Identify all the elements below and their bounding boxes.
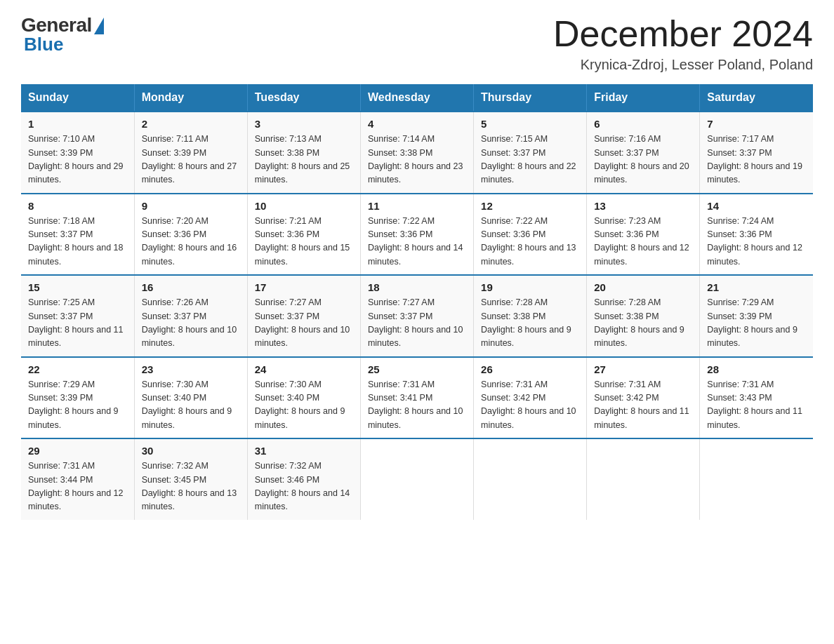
day-number: 18	[368, 281, 466, 293]
day-number: 15	[28, 281, 127, 293]
day-info: Sunrise: 7:31 AM Sunset: 3:43 PM Dayligh…	[707, 378, 806, 433]
day-info: Sunrise: 7:14 AM Sunset: 3:38 PM Dayligh…	[368, 133, 466, 187]
day-info: Sunrise: 7:29 AM Sunset: 3:39 PM Dayligh…	[707, 296, 806, 351]
calendar-cell: 20 Sunrise: 7:28 AM Sunset: 3:38 PM Dayl…	[587, 275, 700, 357]
calendar-cell: 26 Sunrise: 7:31 AM Sunset: 3:42 PM Dayl…	[474, 357, 587, 439]
day-info: Sunrise: 7:21 AM Sunset: 3:36 PM Dayligh…	[255, 215, 353, 269]
day-number: 11	[368, 200, 466, 212]
day-number: 2	[142, 118, 240, 130]
calendar-cell: 17 Sunrise: 7:27 AM Sunset: 3:37 PM Dayl…	[247, 275, 360, 357]
day-info: Sunrise: 7:10 AM Sunset: 3:39 PM Dayligh…	[28, 133, 127, 187]
header-wednesday: Wednesday	[360, 84, 473, 112]
day-number: 20	[594, 281, 692, 293]
day-number: 8	[28, 200, 127, 212]
calendar-cell: 25 Sunrise: 7:31 AM Sunset: 3:41 PM Dayl…	[360, 357, 473, 439]
day-number: 24	[255, 363, 353, 375]
day-info: Sunrise: 7:22 AM Sunset: 3:36 PM Dayligh…	[368, 215, 466, 269]
day-info: Sunrise: 7:31 AM Sunset: 3:42 PM Dayligh…	[594, 378, 692, 433]
calendar-cell: 24 Sunrise: 7:30 AM Sunset: 3:40 PM Dayl…	[247, 357, 360, 439]
day-info: Sunrise: 7:20 AM Sunset: 3:36 PM Dayligh…	[142, 215, 240, 269]
calendar-cell: 4 Sunrise: 7:14 AM Sunset: 3:38 PM Dayli…	[360, 112, 473, 194]
calendar-cell: 13 Sunrise: 7:23 AM Sunset: 3:36 PM Dayl…	[587, 194, 700, 276]
day-number: 16	[142, 281, 240, 293]
day-info: Sunrise: 7:13 AM Sunset: 3:38 PM Dayligh…	[255, 133, 353, 187]
day-info: Sunrise: 7:22 AM Sunset: 3:36 PM Dayligh…	[481, 215, 579, 269]
calendar-week-row: 8 Sunrise: 7:18 AM Sunset: 3:37 PM Dayli…	[21, 194, 813, 276]
day-info: Sunrise: 7:30 AM Sunset: 3:40 PM Dayligh…	[255, 378, 353, 433]
calendar-cell: 31 Sunrise: 7:32 AM Sunset: 3:46 PM Dayl…	[247, 438, 360, 520]
page-header: General Blue December 2024 Krynica-Zdroj…	[21, 14, 813, 73]
calendar-cell	[700, 438, 813, 520]
day-number: 5	[481, 118, 579, 130]
day-number: 17	[255, 281, 353, 293]
day-info: Sunrise: 7:31 AM Sunset: 3:42 PM Dayligh…	[481, 378, 579, 433]
day-info: Sunrise: 7:27 AM Sunset: 3:37 PM Dayligh…	[255, 296, 353, 351]
day-number: 22	[28, 363, 127, 375]
day-info: Sunrise: 7:32 AM Sunset: 3:46 PM Dayligh…	[255, 459, 353, 514]
header-tuesday: Tuesday	[247, 84, 360, 112]
day-info: Sunrise: 7:11 AM Sunset: 3:39 PM Dayligh…	[142, 133, 240, 187]
calendar-cell: 7 Sunrise: 7:17 AM Sunset: 3:37 PM Dayli…	[700, 112, 813, 194]
header-monday: Monday	[134, 84, 247, 112]
day-number: 4	[368, 118, 466, 130]
day-info: Sunrise: 7:28 AM Sunset: 3:38 PM Dayligh…	[481, 296, 579, 351]
day-number: 30	[142, 445, 240, 457]
calendar-cell	[587, 438, 700, 520]
day-info: Sunrise: 7:18 AM Sunset: 3:37 PM Dayligh…	[28, 215, 127, 269]
calendar-cell: 27 Sunrise: 7:31 AM Sunset: 3:42 PM Dayl…	[587, 357, 700, 439]
day-number: 31	[255, 445, 353, 457]
header-sunday: Sunday	[21, 84, 134, 112]
day-info: Sunrise: 7:29 AM Sunset: 3:39 PM Dayligh…	[28, 378, 127, 433]
header-thursday: Thursday	[474, 84, 587, 112]
location-subtitle: Krynica-Zdroj, Lesser Poland, Poland	[553, 57, 813, 73]
day-number: 23	[142, 363, 240, 375]
day-number: 7	[707, 118, 806, 130]
calendar-cell: 11 Sunrise: 7:22 AM Sunset: 3:36 PM Dayl…	[360, 194, 473, 276]
calendar-cell: 1 Sunrise: 7:10 AM Sunset: 3:39 PM Dayli…	[21, 112, 134, 194]
calendar-week-row: 22 Sunrise: 7:29 AM Sunset: 3:39 PM Dayl…	[21, 357, 813, 439]
calendar-cell: 28 Sunrise: 7:31 AM Sunset: 3:43 PM Dayl…	[700, 357, 813, 439]
day-info: Sunrise: 7:23 AM Sunset: 3:36 PM Dayligh…	[594, 215, 692, 269]
title-section: December 2024 Krynica-Zdroj, Lesser Pola…	[553, 14, 813, 73]
day-info: Sunrise: 7:30 AM Sunset: 3:40 PM Dayligh…	[142, 378, 240, 433]
day-number: 26	[481, 363, 579, 375]
calendar-cell: 18 Sunrise: 7:27 AM Sunset: 3:37 PM Dayl…	[360, 275, 473, 357]
calendar-cell: 23 Sunrise: 7:30 AM Sunset: 3:40 PM Dayl…	[134, 357, 247, 439]
calendar-cell: 5 Sunrise: 7:15 AM Sunset: 3:37 PM Dayli…	[474, 112, 587, 194]
calendar-cell: 14 Sunrise: 7:24 AM Sunset: 3:36 PM Dayl…	[700, 194, 813, 276]
calendar-week-row: 1 Sunrise: 7:10 AM Sunset: 3:39 PM Dayli…	[21, 112, 813, 194]
day-number: 27	[594, 363, 692, 375]
header-saturday: Saturday	[700, 84, 813, 112]
calendar-cell: 16 Sunrise: 7:26 AM Sunset: 3:37 PM Dayl…	[134, 275, 247, 357]
day-info: Sunrise: 7:27 AM Sunset: 3:37 PM Dayligh…	[368, 296, 466, 351]
day-info: Sunrise: 7:32 AM Sunset: 3:45 PM Dayligh…	[142, 459, 240, 514]
day-number: 12	[481, 200, 579, 212]
day-info: Sunrise: 7:28 AM Sunset: 3:38 PM Dayligh…	[594, 296, 692, 351]
calendar-cell: 6 Sunrise: 7:16 AM Sunset: 3:37 PM Dayli…	[587, 112, 700, 194]
day-info: Sunrise: 7:15 AM Sunset: 3:37 PM Dayligh…	[481, 133, 579, 187]
calendar-cell: 15 Sunrise: 7:25 AM Sunset: 3:37 PM Dayl…	[21, 275, 134, 357]
day-number: 21	[707, 281, 806, 293]
calendar-cell: 30 Sunrise: 7:32 AM Sunset: 3:45 PM Dayl…	[134, 438, 247, 520]
calendar-cell: 8 Sunrise: 7:18 AM Sunset: 3:37 PM Dayli…	[21, 194, 134, 276]
calendar-week-row: 15 Sunrise: 7:25 AM Sunset: 3:37 PM Dayl…	[21, 275, 813, 357]
day-number: 3	[255, 118, 353, 130]
calendar-cell	[474, 438, 587, 520]
calendar-cell: 19 Sunrise: 7:28 AM Sunset: 3:38 PM Dayl…	[474, 275, 587, 357]
calendar-cell: 29 Sunrise: 7:31 AM Sunset: 3:44 PM Dayl…	[21, 438, 134, 520]
day-number: 6	[594, 118, 692, 130]
day-number: 28	[707, 363, 806, 375]
header-friday: Friday	[587, 84, 700, 112]
day-info: Sunrise: 7:24 AM Sunset: 3:36 PM Dayligh…	[707, 215, 806, 269]
calendar-cell: 3 Sunrise: 7:13 AM Sunset: 3:38 PM Dayli…	[247, 112, 360, 194]
logo-triangle-icon	[94, 18, 104, 34]
day-info: Sunrise: 7:31 AM Sunset: 3:41 PM Dayligh…	[368, 378, 466, 433]
calendar-cell	[360, 438, 473, 520]
day-info: Sunrise: 7:25 AM Sunset: 3:37 PM Dayligh…	[28, 296, 127, 351]
logo-blue-text: Blue	[24, 34, 63, 55]
day-number: 9	[142, 200, 240, 212]
day-number: 29	[28, 445, 127, 457]
logo: General Blue	[21, 14, 104, 55]
calendar-cell: 2 Sunrise: 7:11 AM Sunset: 3:39 PM Dayli…	[134, 112, 247, 194]
day-info: Sunrise: 7:31 AM Sunset: 3:44 PM Dayligh…	[28, 459, 127, 514]
